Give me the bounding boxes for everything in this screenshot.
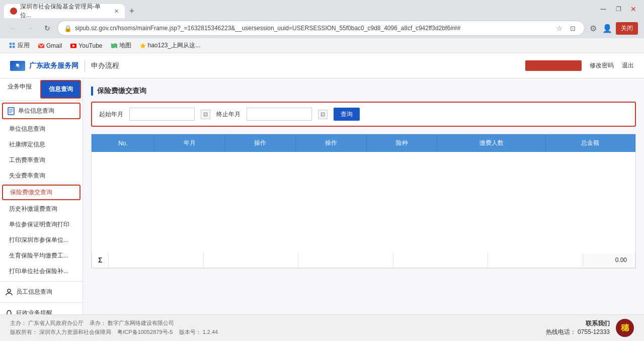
forward-button[interactable]: → <box>23 21 37 35</box>
footer-icp: 粤ICP备10052879号-5 <box>117 329 173 335</box>
close-window-button[interactable]: ✕ <box>627 3 640 16</box>
end-year-month-label: 终止年月 <box>216 110 240 119</box>
collection-label: 征收业务提醒 <box>16 309 52 314</box>
data-table: No. 年月 操作 操作 险种 缴费人数 总金额 <box>92 134 635 252</box>
sum-sigma: Σ <box>92 253 108 267</box>
reload-button[interactable]: ↻ <box>40 21 54 35</box>
footer-host-line: 主办： 广东省人民政府办公厅 承办： 数字广东网络建设有限公司 <box>10 319 218 328</box>
footer-logo-char: 穗 <box>621 323 629 333</box>
sidebar-parent-employee-info[interactable]: 员工信息查询 <box>0 284 83 300</box>
logo-text: 广东政务服务网 <box>29 61 78 70</box>
browser-tab-active[interactable]: 深圳市社会保险基金管理局-单位... ✕ <box>4 4 125 18</box>
tab-search-button[interactable]: ⊡ <box>567 23 578 34</box>
footer-version: 1.2.44 <box>203 329 218 335</box>
sidebar-tab-info-label: 信息查询 <box>49 86 73 93</box>
sidebar-section-unit-info[interactable]: 单位信息查询 <box>2 103 80 119</box>
star-button[interactable]: ☆ <box>554 23 565 34</box>
change-password-link[interactable]: 修改密码 <box>590 61 614 70</box>
sidebar-item-unemployment[interactable]: 失业费率查询 <box>0 168 83 184</box>
apps-icon <box>9 42 16 49</box>
bookmarks-bar: 应用 Gmail YouTube 地图 hao123_上网从这... <box>0 38 644 53</box>
map-icon <box>111 42 118 49</box>
sidebar-parent-collection[interactable]: 征收业务提醒 <box>0 305 83 314</box>
logo-image: 粤 <box>10 61 25 71</box>
section-title-bar: 保险费缴交查询 <box>91 87 636 96</box>
header-divider <box>85 60 85 72</box>
sidebar-tabs: 业务申报 信息查询 <box>0 78 83 101</box>
new-tab-button[interactable]: + <box>125 4 139 18</box>
footer-hotline: 热线电话： 0755-12333 <box>546 328 610 336</box>
close-red-button[interactable]: 关闭 <box>616 22 638 35</box>
start-year-month-input[interactable] <box>129 108 195 121</box>
bookmark-apps[interactable]: 应用 <box>6 40 33 51</box>
start-year-month-label: 起始年月 <box>99 110 123 119</box>
svg-rect-3 <box>13 46 15 48</box>
browser-tabs: 深圳市社会保险基金管理局-单位... ✕ + <box>4 0 593 18</box>
bookmark-youtube-label: YouTube <box>78 42 102 49</box>
svg-marker-8 <box>139 42 145 48</box>
footer-hotline-label: 热线电话： <box>546 328 576 335</box>
address-text: sipub.sz.gov.cn/hsoms/mainFrame.jsp?_=16… <box>75 25 554 32</box>
hao123-icon <box>139 42 146 49</box>
sidebar-item-shenzhen-print[interactable]: 打印深圳市参保单位... <box>0 232 83 248</box>
end-date-picker-button[interactable]: ⊡ <box>318 110 328 119</box>
bookmark-maps[interactable]: 地图 <box>108 40 134 51</box>
svg-point-13 <box>8 289 11 292</box>
maximize-button[interactable]: ❐ <box>612 3 625 16</box>
sidebar-item-history-refund[interactable]: 历史补缴退费查询 <box>0 201 83 217</box>
sum-total-value: 0.00 <box>583 253 633 267</box>
start-date-picker-button[interactable]: ⊡ <box>201 110 210 119</box>
content-area: 保险费缴交查询 起始年月 ⊡ 终止年月 ⊡ 查询 No. 年月 <box>83 78 644 314</box>
empty-row <box>92 152 635 252</box>
sidebar-tab-info[interactable]: 信息查询 <box>40 80 81 99</box>
header-right: 修改密码 退出 <box>525 60 634 71</box>
tab-close-button[interactable]: ✕ <box>114 8 119 15</box>
end-year-month-input[interactable] <box>247 108 312 121</box>
table-body <box>92 152 635 252</box>
col-total-amount: 总金额 <box>545 135 635 152</box>
back-button[interactable]: ← <box>6 21 20 35</box>
main-layout: 业务申报 信息查询 单位信息查询 单位信息查询 社康绑定信息 <box>0 78 644 314</box>
extensions-button[interactable]: ⚙ <box>588 23 599 34</box>
svg-rect-2 <box>10 46 12 48</box>
bookmark-gmail[interactable]: Gmail <box>35 41 65 50</box>
sidebar-item-social-fix[interactable]: 社康绑定信息 <box>0 137 83 152</box>
page-header: 粤 广东政务服务网 申办流程 修改密码 退出 <box>0 53 644 78</box>
employee-info-label: 员工信息查询 <box>16 288 52 296</box>
section-title: 保险费缴交查询 <box>97 87 146 96</box>
tab-title: 深圳市社会保险基金管理局-单位... <box>20 3 111 20</box>
sum-empty-4 <box>393 252 488 268</box>
bookmark-youtube[interactable]: YouTube <box>67 41 105 50</box>
sum-empty-3 <box>298 252 393 268</box>
col-op2: 操作 <box>296 135 367 152</box>
footer-contact-link[interactable]: 联系我们 <box>546 319 610 328</box>
bookmark-hao123[interactable]: hao123_上网从这... <box>136 40 204 51</box>
logout-link[interactable]: 退出 <box>622 61 634 70</box>
page-wrapper: 粤 广东政务服务网 申办流程 修改密码 退出 业务申报 信息查询 <box>0 53 644 341</box>
address-box[interactable]: 🔒 sipub.sz.gov.cn/hsoms/mainFrame.jsp?_=… <box>57 21 585 36</box>
sidebar-item-insurance-payment[interactable]: 保险费缴交查询 <box>2 185 80 200</box>
sidebar-item-unit-insurance-print[interactable]: 打印单位社会保险补... <box>0 264 83 279</box>
query-button[interactable]: 查询 <box>334 108 360 121</box>
header-subtitle: 申办流程 <box>91 61 119 70</box>
sidebar: 业务申报 信息查询 单位信息查询 单位信息查询 社康绑定信息 <box>0 78 83 314</box>
footer-host-label: 主办： <box>10 320 27 326</box>
bookmark-gmail-label: Gmail <box>46 42 62 49</box>
footer-host: 广东省人民政府办公厅 <box>28 320 84 326</box>
footer-copyright-line: 版权所有： 深圳市人力资源和社会保障局 粤ICP备10052879号-5 版本号… <box>10 328 218 337</box>
col-insurance-type: 险种 <box>366 135 437 152</box>
sidebar-item-maternity-avg[interactable]: 生育保险平均缴费工... <box>0 248 83 264</box>
table-header-row: No. 年月 操作 操作 险种 缴费人数 总金额 <box>92 135 635 152</box>
sidebar-item-unit-info-query[interactable]: 单位信息查询 <box>0 121 83 137</box>
header-logo: 粤 广东政务服务网 <box>10 61 78 71</box>
sidebar-item-work-injury[interactable]: 工伤费率查询 <box>0 152 83 168</box>
address-actions: ☆ ⊡ <box>554 23 578 34</box>
minimize-button[interactable]: ─ <box>597 3 610 16</box>
tab-favicon <box>10 8 17 15</box>
youtube-icon <box>70 42 77 49</box>
sidebar-tab-business[interactable]: 业务申报 <box>0 78 39 100</box>
bookmark-apps-label: 应用 <box>18 41 30 50</box>
svg-marker-7 <box>111 43 117 48</box>
profile-button[interactable]: 👤 <box>602 23 613 34</box>
sidebar-item-cert-print[interactable]: 单位参保证明查询打印 <box>0 217 83 232</box>
